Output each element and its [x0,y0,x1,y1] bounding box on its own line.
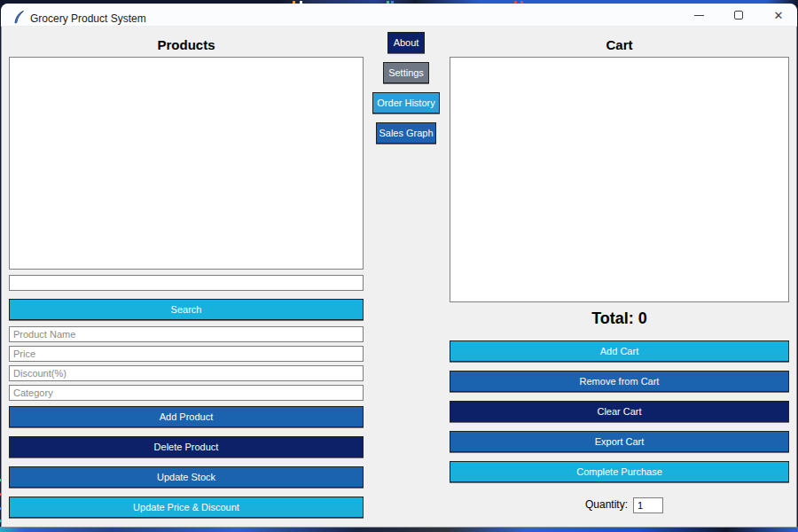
feather-icon [13,11,26,28]
update-stock-button[interactable]: Update Stock [9,466,364,488]
sales-graph-button[interactable]: Sales Graph [376,122,436,144]
add-product-button[interactable]: Add Product [9,406,364,427]
minimize-icon [694,15,704,16]
search-input[interactable] [9,275,364,291]
clear-cart-button[interactable]: Clear Cart [450,401,789,422]
export-cart-button[interactable]: Export Cart [450,431,789,452]
products-listbox[interactable] [9,57,364,270]
product-name-field[interactable] [9,326,364,342]
category-field[interactable] [9,385,364,401]
products-heading: Products [9,37,364,52]
maximize-icon [734,11,743,20]
window-title: Grocery Product System [30,12,146,25]
maximize-button[interactable] [724,5,754,25]
search-button[interactable]: Search [9,299,364,320]
delete-product-button[interactable]: Delete Product [9,436,364,458]
complete-purchase-button[interactable]: Complete Purchase [450,461,789,482]
remove-from-cart-button[interactable]: Remove from Cart [450,371,789,392]
title-bar: Grocery Product System [1,4,797,27]
price-field[interactable] [9,346,364,362]
close-button[interactable]: ✕ [763,5,794,25]
about-button[interactable]: About [387,32,425,53]
total-label: Total: 0 [450,309,789,328]
quantity-label: Quantity: [532,498,628,511]
quantity-input[interactable] [633,497,663,513]
cart-heading: Cart [450,37,789,52]
cart-listbox[interactable] [450,57,789,302]
add-cart-button[interactable]: Add Cart [450,340,789,362]
close-icon: ✕ [774,9,784,22]
order-history-button[interactable]: Order History [372,92,440,113]
settings-button[interactable]: Settings [383,62,429,83]
discount-field[interactable] [9,365,364,381]
minimize-button[interactable] [684,5,714,25]
update-price-discount-button[interactable]: Update Price & Discount [9,497,364,518]
